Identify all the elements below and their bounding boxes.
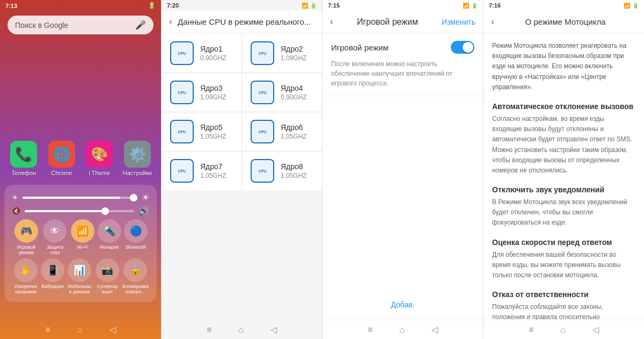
volume-thumb — [101, 207, 109, 215]
nav-back-2[interactable]: ◁ — [270, 324, 277, 335]
quick-buttons-row-1: 🎮 Игровой режим 👁 Защита глаз 📶 Wi-Fi 🔦 … — [12, 219, 149, 255]
moto-content: Режим Мотоцикла позволяет реагировать на… — [484, 33, 644, 320]
cpu-freq-5: 1,05GHZ — [200, 133, 226, 140]
moto-mode-panel: 7:16 📶 🔋 ‹ О режиме Мотоцикла Режим Мото… — [483, 0, 644, 339]
nav-back-4[interactable]: ◁ — [592, 324, 599, 335]
mobile-data-btn[interactable]: 📊 Мобильны е данные — [67, 258, 92, 294]
touch-boost-icon: ✋ — [14, 258, 38, 282]
brightness-slider[interactable] — [23, 197, 137, 199]
cpu-core-7: CPU Ядро7 1,05GHZ — [162, 152, 241, 190]
bluetooth-btn[interactable]: 🔵 Bluetooth — [124, 219, 148, 255]
status-icons-4: 📶 🔋 — [624, 3, 639, 9]
cpu-back-arrow[interactable]: ‹ — [169, 16, 172, 27]
time-3: 7:15 — [328, 2, 340, 9]
game-mode-label: Игровой режим — [13, 244, 39, 255]
volume-row[interactable]: 🔇 🔊 — [12, 206, 149, 216]
cpu-core-2: CPU Ядро2 1,09GHZ — [242, 34, 322, 73]
cpu-logo-5: CPU — [170, 120, 194, 143]
game-mode-btn[interactable]: 🎮 Игровой режим — [13, 219, 39, 255]
status-bar-1: 7:13 🔋 — [0, 0, 161, 11]
cpu-core-4: CPU Ядро4 0,90GHZ — [242, 73, 322, 112]
rotation-lock-icon: 🔒 — [123, 258, 147, 282]
settings-label: Настройки — [123, 170, 152, 176]
eye-protect-icon: 👁 — [43, 219, 67, 243]
screenshot-label: Суперскр ишот — [94, 284, 120, 294]
flashlight-btn[interactable]: 🔦 Фонарик — [98, 219, 121, 255]
screenshot-icon: 📸 — [96, 258, 119, 282]
app-settings[interactable]: ⚙️ Настройки — [121, 141, 153, 176]
volume-low-icon: 🔇 — [12, 207, 20, 215]
vibration-btn[interactable]: 📳 Вибрация — [41, 258, 64, 294]
cpu-info-6: Ядро6 1,05GHZ — [281, 123, 307, 140]
moto-section-1: Отключить звук уведомлений В Режиме Мото… — [492, 185, 635, 228]
telefon-icon: 📞 — [10, 141, 37, 168]
app-chrome[interactable]: 🌐 Chrome — [46, 141, 78, 176]
nav-bar-4: ≡ ⌂ ◁ — [484, 320, 644, 339]
nav-home-3[interactable]: ⌂ — [399, 325, 405, 335]
game-mode-description: После включения можно настроить обеспече… — [331, 59, 474, 88]
cpu-logo-8: CPU — [251, 159, 274, 183]
nav-bar-3: ≡ ⌂ ◁ — [323, 320, 483, 339]
cpu-core-5: CPU Ядро5 1,05GHZ — [162, 112, 241, 151]
itheme-label: i Theme — [89, 170, 110, 176]
game-mode-toggle-row: Игровой режим — [331, 41, 474, 54]
time-4: 7:16 — [489, 2, 501, 9]
cpu-info-3: Ядро3 1,09GHZ — [200, 84, 226, 101]
add-game-button[interactable]: Добав. — [385, 295, 420, 314]
nav-back-1[interactable]: ◁ — [109, 324, 116, 335]
moto-section-text-1: В Режиме Мотоцикла звук всех уведомлений… — [492, 197, 635, 228]
cpu-core-8: CPU Ядро8 1,05GHZ — [242, 152, 322, 190]
app-telefon[interactable]: 📞 Телефон — [8, 141, 40, 176]
itheme-icon: 🎨 — [86, 141, 113, 168]
panel3-content: Добав. — [323, 96, 483, 320]
status-bar-3: 7:15 📶 🔋 — [323, 0, 483, 11]
brightness-row[interactable]: ☀ ☀ — [12, 192, 149, 203]
touch-boost-label: Ускорение касанием — [13, 284, 39, 294]
nav-menu-1[interactable]: ≡ — [45, 325, 50, 335]
touch-boost-btn[interactable]: ✋ Ускорение касанием — [13, 258, 39, 294]
moto-section-title-3: Отказ от ответственности — [492, 290, 635, 299]
cpu-info-4: Ядро4 0,90GHZ — [281, 84, 307, 101]
vibration-label: Вибрация — [41, 284, 63, 289]
nav-home-1[interactable]: ⌂ — [77, 325, 83, 335]
toggle-knob — [463, 42, 473, 53]
cpu-logo-6: CPU — [251, 120, 274, 143]
status-bar-2: 7:20 📶 🔋 — [162, 0, 322, 11]
battery-icon-4: 🔋 — [632, 3, 639, 9]
status-icons-3: 📶 🔋 — [463, 3, 478, 9]
cpu-freq-4: 0,90GHZ — [281, 93, 307, 101]
bluetooth-label: Bluetooth — [126, 244, 146, 250]
mic-icon[interactable]: 🎤 — [135, 20, 146, 30]
moto-header-title: О режиме Мотоцикла — [494, 17, 636, 26]
cpu-name-2: Ядро2 — [281, 45, 307, 53]
game-mode-header: ‹ Игровой режим Изменить — [323, 11, 483, 33]
volume-slider[interactable] — [25, 210, 134, 212]
cpu-info-7: Ядро7 1,05GHZ — [200, 162, 226, 179]
nav-home-4[interactable]: ⌂ — [560, 325, 566, 335]
search-bar[interactable]: Поиск в Google 🎤 — [8, 16, 153, 34]
wifi-btn[interactable]: 📶 Wi-Fi — [71, 219, 94, 255]
game-mode-icon: 🎮 — [14, 219, 38, 243]
game-mode-toggle[interactable] — [451, 41, 474, 54]
cpu-core-6: CPU Ядро6 1,05GHZ — [242, 112, 322, 151]
nav-home-2[interactable]: ⌂ — [238, 325, 244, 335]
nav-back-3[interactable]: ◁ — [431, 324, 438, 335]
screenshot-btn[interactable]: 📸 Суперскр ишот — [94, 258, 120, 294]
search-placeholder: Поиск в Google — [15, 21, 131, 30]
cpu-freq-3: 1,09GHZ — [200, 93, 226, 101]
cpu-core-1: CPU Ядро1 0,90GHZ — [162, 34, 241, 73]
nav-menu-4[interactable]: ≡ — [529, 325, 533, 335]
game-mode-action-button[interactable]: Изменить — [442, 18, 475, 26]
nav-menu-3[interactable]: ≡ — [368, 325, 372, 335]
rotation-lock-btn[interactable]: 🔒 Блокировка поворо... — [122, 258, 148, 294]
moto-section-text-0: Согласно настройкам, во время езды входя… — [492, 114, 635, 176]
cpu-logo-4: CPU — [251, 81, 274, 104]
app-itheme[interactable]: 🎨 i Theme — [83, 141, 115, 176]
nav-bar-1: ≡ ⌂ ◁ — [0, 320, 161, 339]
cpu-header-title: Данные CPU в режиме реального... — [178, 17, 314, 26]
cpu-core-3: CPU Ядро3 1,09GHZ — [162, 73, 241, 112]
eye-protect-btn[interactable]: 👁 Защита глаз — [42, 219, 68, 255]
brightness-high-icon: ☀ — [142, 192, 149, 203]
wifi-status-icon-3: 📶 — [463, 3, 469, 9]
nav-menu-2[interactable]: ≡ — [207, 325, 211, 335]
